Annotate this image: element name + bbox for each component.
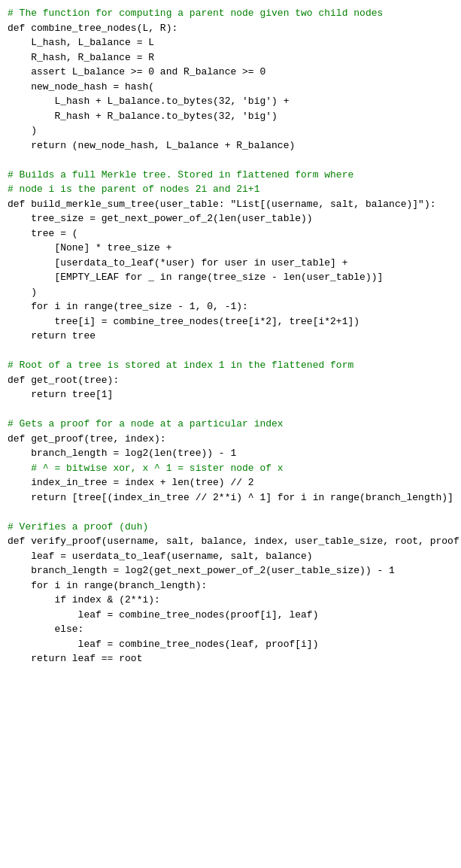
code-line: return leaf == root bbox=[8, 651, 453, 666]
code-line: leaf = userdata_to_leaf(username, salt, … bbox=[8, 549, 453, 564]
code-line: [EMPTY_LEAF for _ in range(tree_size - l… bbox=[8, 270, 453, 285]
code-line bbox=[8, 344, 453, 359]
code-line: # Gets a proof for a node at a particula… bbox=[8, 417, 453, 432]
code-line: for i in range(tree_size - 1, 0, -1): bbox=[8, 299, 453, 314]
code-line: def get_proof(tree, index): bbox=[8, 432, 453, 447]
code-line: tree = ( bbox=[8, 226, 453, 241]
code-line: # Root of a tree is stored at index 1 in… bbox=[8, 358, 453, 373]
code-line: def build_merkle_sum_tree(user_table: "L… bbox=[8, 197, 453, 212]
code-line: ) bbox=[8, 285, 453, 300]
code-line: for i in range(branch_length): bbox=[8, 578, 453, 593]
code-line: R_hash, R_balance = R bbox=[8, 50, 453, 65]
code-line: L_hash, L_balance = L bbox=[8, 35, 453, 50]
code-line: # Verifies a proof (duh) bbox=[8, 520, 453, 535]
code-line: index_in_tree = index + len(tree) // 2 bbox=[8, 475, 453, 490]
code-line: else: bbox=[8, 622, 453, 637]
code-line: return (new_node_hash, L_balance + R_bal… bbox=[8, 138, 453, 153]
code-line: # node i is the parent of nodes 2i and 2… bbox=[8, 182, 453, 197]
code-line: branch_length = log2(len(tree)) - 1 bbox=[8, 446, 453, 461]
code-line: new_node_hash = hash( bbox=[8, 80, 453, 95]
code-line: tree[i] = combine_tree_nodes(tree[i*2], … bbox=[8, 314, 453, 329]
code-line: R_hash + R_balance.to_bytes(32, 'big') bbox=[8, 109, 453, 124]
code-line: tree_size = get_next_power_of_2(len(user… bbox=[8, 211, 453, 226]
code-line: [userdata_to_leaf(*user) for user in use… bbox=[8, 256, 453, 271]
code-line: # The function for computing a parent no… bbox=[8, 6, 453, 21]
code-line: if index & (2**i): bbox=[8, 593, 453, 608]
code-line: leaf = combine_tree_nodes(proof[i], leaf… bbox=[8, 608, 453, 623]
code-line bbox=[8, 505, 453, 520]
code-line: def combine_tree_nodes(L, R): bbox=[8, 21, 453, 36]
code-line: # ^ = bitwise xor, x ^ 1 = sister node o… bbox=[8, 461, 453, 476]
code-line: def verify_proof(username, salt, balance… bbox=[8, 534, 453, 549]
code-line: # Builds a full Merkle tree. Stored in f… bbox=[8, 168, 453, 183]
code-line: branch_length = log2(get_next_power_of_2… bbox=[8, 563, 453, 578]
code-line: ) bbox=[8, 123, 453, 138]
code-line: def get_root(tree): bbox=[8, 373, 453, 388]
code-line: return tree bbox=[8, 329, 453, 344]
code-block: # The function for computing a parent no… bbox=[0, 0, 461, 672]
code-line: return [tree[(index_in_tree // 2**i) ^ 1… bbox=[8, 490, 453, 505]
code-line bbox=[8, 153, 453, 168]
code-line: L_hash + L_balance.to_bytes(32, 'big') + bbox=[8, 94, 453, 109]
code-line: [None] * tree_size + bbox=[8, 241, 453, 256]
code-line: return tree[1] bbox=[8, 387, 453, 402]
code-line: assert L_balance >= 0 and R_balance >= 0 bbox=[8, 65, 453, 80]
code-line: leaf = combine_tree_nodes(leaf, proof[i]… bbox=[8, 637, 453, 652]
code-line bbox=[8, 402, 453, 417]
